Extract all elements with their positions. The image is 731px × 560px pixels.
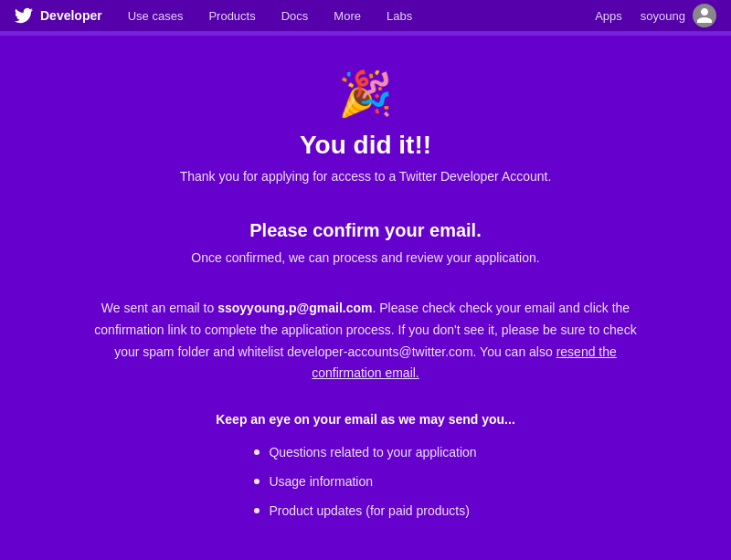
nav-right: Apps soyoung xyxy=(584,0,716,32)
confirm-email-subtitle: Once confirmed, we can process and revie… xyxy=(191,250,539,265)
avatar[interactable] xyxy=(693,4,716,27)
nav-brand[interactable]: Developer xyxy=(15,6,102,25)
subtitle: Thank you for applying for access to a T… xyxy=(180,169,552,184)
nav-brand-label: Developer xyxy=(40,8,102,23)
bullet-item-2: Product updates (for paid products) xyxy=(254,503,476,518)
bullet-item-0: Questions related to your application xyxy=(254,445,476,460)
bullet-list: Questions related to your application Us… xyxy=(254,445,476,533)
nav-link-products[interactable]: Products xyxy=(197,0,266,32)
nav-link-more[interactable]: More xyxy=(323,0,372,32)
email-info-text: We sent an email to ssoyyoung.p@gmail.co… xyxy=(91,298,640,385)
navbar: Developer Use cases Products Docs More L… xyxy=(0,0,731,32)
twitter-logo-icon xyxy=(15,6,33,25)
bullet-dot-2 xyxy=(254,508,260,513)
bullet-label-1: Usage information xyxy=(269,474,373,489)
bullet-dot-0 xyxy=(254,449,260,455)
confirm-email-title: Please confirm your email. xyxy=(249,220,481,241)
party-emoji: 🎉 xyxy=(338,72,393,116)
headline: You did it!! xyxy=(300,131,431,160)
bullet-label-2: Product updates (for paid products) xyxy=(269,503,469,518)
eye-on-email: Keep an eye on your email as we may send… xyxy=(216,412,515,427)
nav-link-docs[interactable]: Docs xyxy=(270,0,320,32)
bullet-item-1: Usage information xyxy=(254,474,476,489)
main-content: 🎉 You did it!! Thank you for applying fo… xyxy=(0,36,731,560)
avatar-icon xyxy=(695,6,714,25)
email-info-prefix: We sent an email to xyxy=(101,301,217,315)
nav-username[interactable]: soyoung xyxy=(641,9,685,23)
bullet-label-0: Questions related to your application xyxy=(269,445,476,460)
nav-link-labs[interactable]: Labs xyxy=(376,0,423,32)
bullet-dot-1 xyxy=(254,479,260,484)
nav-links: Use cases Products Docs More Labs xyxy=(117,0,585,32)
nav-apps-link[interactable]: Apps xyxy=(584,0,633,32)
email-address: ssoyyoung.p@gmail.com xyxy=(217,301,372,315)
nav-link-use-cases[interactable]: Use cases xyxy=(117,0,195,32)
